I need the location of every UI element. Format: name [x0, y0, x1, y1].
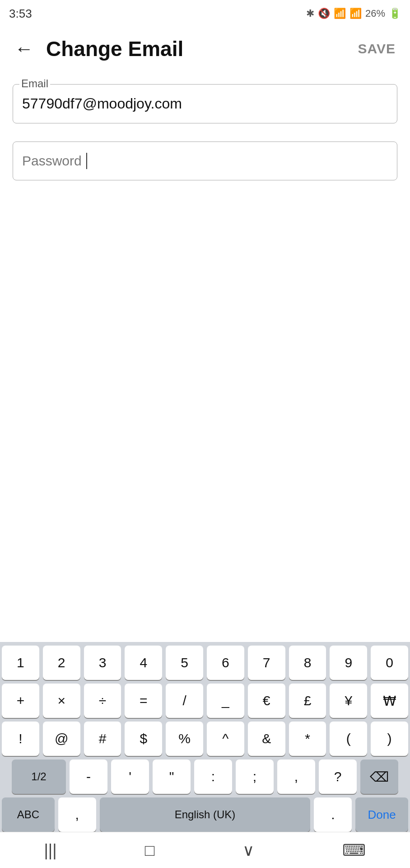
key-plus[interactable]: +: [2, 684, 39, 718]
password-field-group[interactable]: Password: [13, 142, 397, 180]
key-4[interactable]: 4: [125, 646, 162, 680]
backspace-key[interactable]: ⌫: [360, 760, 398, 794]
key-colon[interactable]: :: [194, 760, 232, 794]
key-2[interactable]: 2: [43, 646, 80, 680]
key-exclaim[interactable]: !: [2, 722, 39, 756]
key-equals[interactable]: =: [125, 684, 162, 718]
key-dot[interactable]: .: [314, 797, 352, 832]
key-won[interactable]: ₩: [371, 684, 408, 718]
key-1[interactable]: 1: [2, 646, 39, 680]
nav-bar: ||| □ ∨ ⌨: [0, 832, 410, 868]
email-input[interactable]: [22, 91, 388, 117]
key-hash[interactable]: #: [84, 722, 121, 756]
key-question[interactable]: ?: [319, 760, 357, 794]
form-area: Email Password: [0, 71, 410, 642]
battery-label: 26%: [365, 8, 385, 19]
key-caret[interactable]: ^: [207, 722, 244, 756]
keyboard-row-5: ABC , English (UK) . Done: [2, 797, 408, 832]
top-bar: ← Change Email SAVE: [0, 27, 410, 71]
key-multiply[interactable]: ×: [43, 684, 80, 718]
save-button[interactable]: SAVE: [354, 39, 399, 58]
key-slash[interactable]: /: [166, 684, 203, 718]
key-at[interactable]: @: [43, 722, 80, 756]
battery-icon: 🔋: [389, 8, 401, 19]
status-bar: 3:53 ✱ 🔇 📶 📶 26% 🔋: [0, 0, 410, 27]
status-icons: ✱ 🔇 📶 📶 26% 🔋: [306, 8, 401, 19]
email-label: Email: [19, 77, 50, 90]
key-semicolon[interactable]: ;: [236, 760, 274, 794]
key-asterisk[interactable]: *: [289, 722, 326, 756]
key-quote[interactable]: ": [153, 760, 191, 794]
key-3[interactable]: 3: [84, 646, 121, 680]
key-euro[interactable]: €: [248, 684, 285, 718]
key-underscore[interactable]: _: [207, 684, 244, 718]
key-8[interactable]: 8: [289, 646, 326, 680]
keyboard-row-3: ! @ # $ % ^ & * ( ): [2, 722, 408, 756]
key-dollar[interactable]: $: [125, 722, 162, 756]
nav-keyboard-icon[interactable]: ⌨: [342, 841, 366, 860]
wifi-icon: 📶: [334, 8, 346, 19]
key-9[interactable]: 9: [330, 646, 367, 680]
password-label: Password: [22, 153, 82, 169]
nav-back-icon[interactable]: |||: [44, 841, 57, 860]
keyboard-row-4: 1/2 - ' " : ; , ? ⌫: [2, 760, 408, 794]
done-key[interactable]: Done: [355, 797, 408, 832]
back-button[interactable]: ←: [11, 36, 37, 61]
spacebar-key[interactable]: English (UK): [100, 797, 311, 832]
key-comma2[interactable]: ,: [58, 797, 96, 832]
key-6[interactable]: 6: [207, 646, 244, 680]
key-lparen[interactable]: (: [330, 722, 367, 756]
key-divide[interactable]: ÷: [84, 684, 121, 718]
page-title: Change Email: [46, 37, 354, 61]
text-cursor: [86, 153, 87, 169]
email-field-group[interactable]: Email: [13, 84, 397, 123]
keyboard-row-1: 1 2 3 4 5 6 7 8 9 0: [2, 646, 408, 680]
key-pound[interactable]: £: [289, 684, 326, 718]
bluetooth-icon: ✱: [306, 8, 314, 19]
key-minus[interactable]: -: [70, 760, 107, 794]
status-time: 3:53: [9, 7, 32, 21]
nav-recent-icon[interactable]: ∨: [242, 841, 254, 860]
key-5[interactable]: 5: [166, 646, 203, 680]
keyboard: 1 2 3 4 5 6 7 8 9 0 + × ÷ = / _ € £ ¥ ₩ …: [0, 642, 410, 832]
key-abc[interactable]: ABC: [2, 797, 55, 832]
key-apostrophe[interactable]: ': [111, 760, 149, 794]
key-percent[interactable]: %: [166, 722, 203, 756]
key-half[interactable]: 1/2: [12, 760, 66, 794]
key-yen[interactable]: ¥: [330, 684, 367, 718]
mute-icon: 🔇: [318, 8, 330, 19]
key-comma[interactable]: ,: [277, 760, 315, 794]
key-7[interactable]: 7: [248, 646, 285, 680]
key-rparen[interactable]: ): [371, 722, 408, 756]
signal-icon: 📶: [349, 8, 362, 19]
key-0[interactable]: 0: [371, 646, 408, 680]
keyboard-row-2: + × ÷ = / _ € £ ¥ ₩: [2, 684, 408, 718]
key-ampersand[interactable]: &: [248, 722, 285, 756]
nav-home-icon[interactable]: □: [145, 841, 155, 860]
